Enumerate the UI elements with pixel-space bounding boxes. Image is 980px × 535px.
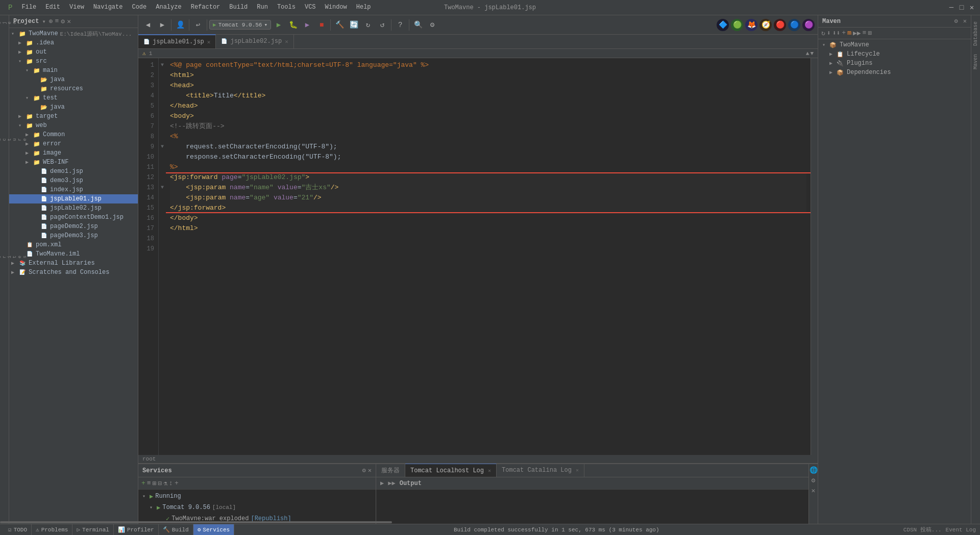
run-button[interactable]: ▶: [272, 18, 285, 32]
close-sidebar-icon[interactable]: ✕: [67, 17, 71, 26]
reverse-button[interactable]: ↺: [376, 18, 389, 32]
svc-expand-icon[interactable]: ⊞: [153, 479, 157, 488]
favorites-tab-left[interactable]: Favorites: [0, 251, 29, 262]
close-button[interactable]: ✕: [968, 4, 976, 12]
menu-edit[interactable]: Edit: [41, 3, 64, 13]
tree-java[interactable]: 📂 java: [9, 75, 138, 84]
log-tab-server[interactable]: 服务器: [376, 464, 405, 477]
tree-test-java[interactable]: 📂 java: [9, 103, 138, 112]
services-close-icon[interactable]: ✕: [368, 467, 372, 474]
code-scrollbar[interactable]: [811, 58, 818, 455]
services-settings-icon[interactable]: ⚙: [362, 467, 366, 474]
menu-build[interactable]: Build: [225, 3, 252, 13]
settings-button[interactable]: ⚙: [426, 18, 439, 32]
log-tab-catalina[interactable]: Tomcat Catalina Log ✕: [497, 464, 584, 477]
browser-edge[interactable]: 🔵: [788, 19, 800, 31]
maven-download2-icon[interactable]: ⬇⬇: [832, 29, 841, 37]
menu-window[interactable]: Window: [321, 3, 351, 13]
collapse-icon[interactable]: ≡: [55, 17, 59, 26]
tree-target[interactable]: ▶ 📁 target: [9, 112, 138, 121]
status-tab-build[interactable]: 🔨 Build: [159, 524, 193, 536]
menu-help[interactable]: Help: [352, 3, 375, 13]
csdn-link[interactable]: CDSN 投稿...: [903, 526, 942, 533]
services-scrollbar[interactable]: [0, 521, 392, 523]
fold-9[interactable]: ▼: [159, 142, 166, 152]
breadcrumb-root[interactable]: root: [142, 456, 156, 462]
service-tomcat-row[interactable]: ▾ ▶ Tomcat 9.0.56 [local]: [140, 502, 374, 513]
maven-refresh-icon[interactable]: ↻: [821, 29, 825, 37]
warning-down[interactable]: ▼: [810, 50, 814, 57]
status-tab-profiler[interactable]: 📊 Profiler: [114, 524, 159, 536]
tab-jsplable02-close[interactable]: ✕: [285, 38, 288, 45]
maven-close-icon[interactable]: ✕: [963, 17, 967, 25]
nav-forward-button[interactable]: ▶: [156, 18, 169, 32]
tree-jsplable01[interactable]: 📄 jspLable01.jsp: [9, 194, 138, 203]
coverage-button[interactable]: ▶: [301, 18, 314, 32]
tree-demo1[interactable]: 📄 demo1.jsp: [9, 167, 138, 176]
maven-plugins[interactable]: ▶ 🔌 Plugins: [818, 59, 971, 68]
menu-file[interactable]: File: [17, 3, 40, 13]
tree-pagecontext[interactable]: 📄 pageContextDemo1.jsp: [9, 213, 138, 222]
tree-out[interactable]: ▶ 📁 out: [9, 47, 138, 57]
menu-view[interactable]: View: [65, 3, 88, 13]
project-dropdown-icon[interactable]: ▾: [42, 18, 45, 26]
tree-pagedemo3[interactable]: 📄 pageDemo3.jsp: [9, 231, 138, 240]
maven-m-icon[interactable]: m: [847, 29, 851, 37]
debug-button[interactable]: 🐛: [286, 18, 300, 32]
svc-more-icon[interactable]: +: [175, 479, 179, 487]
bottom-globe-icon[interactable]: 🌐: [810, 466, 818, 474]
tree-resources[interactable]: 📁 resources: [9, 84, 138, 93]
tab-jsplable01-close[interactable]: ✕: [207, 39, 211, 45]
user-button[interactable]: 👤: [174, 18, 187, 32]
maven-expand-icon[interactable]: ⊞: [868, 29, 872, 37]
tree-index[interactable]: 📄 index.jsp: [9, 185, 138, 194]
menu-navigate[interactable]: Navigate: [89, 3, 127, 13]
undo-button[interactable]: ↩: [191, 18, 205, 32]
svc-sort-icon[interactable]: ↕: [169, 479, 173, 487]
minimize-button[interactable]: ─: [947, 4, 955, 12]
svc-collapse-icon[interactable]: ≡: [147, 479, 151, 487]
code-content[interactable]: <%@ page contentType="text/html;charset=…: [166, 58, 811, 455]
find-button[interactable]: 🔍: [411, 18, 425, 32]
browser-safari[interactable]: 🧭: [760, 19, 772, 31]
stop-button[interactable]: ■: [315, 18, 328, 32]
tree-idea[interactable]: ▶ 📁 .idea: [9, 38, 138, 47]
tree-demo3[interactable]: 📄 demo3.jsp: [9, 176, 138, 185]
project-tab[interactable]: Project: [0, 17, 23, 28]
bottom-settings-icon[interactable]: ⚙: [812, 476, 816, 485]
tab-jsplable02[interactable]: 📄 jspLable02.jsp ✕: [216, 34, 293, 48]
menu-vcs[interactable]: VCS: [301, 3, 320, 13]
help-button[interactable]: ?: [394, 18, 407, 32]
browser-chrome[interactable]: 🟢: [731, 19, 743, 31]
service-running-group[interactable]: ▾ ▶ Running: [140, 491, 374, 502]
tree-webinf[interactable]: ▶ 📁 WEB-INF: [9, 158, 138, 167]
tree-pom[interactable]: 📋 pom.xml: [9, 240, 138, 249]
status-tab-services[interactable]: ⚙ Services: [193, 524, 234, 536]
tree-src[interactable]: ▾ 📁 src: [9, 57, 138, 66]
event-log-link[interactable]: Event Log: [946, 527, 976, 533]
maximize-button[interactable]: □: [958, 4, 966, 12]
menu-tools[interactable]: Tools: [273, 3, 300, 13]
bottom-close-icon[interactable]: ✕: [812, 487, 816, 495]
browser-other[interactable]: 🟣: [802, 19, 815, 31]
menu-analyze[interactable]: Analyze: [152, 3, 185, 13]
svc-add-icon[interactable]: +: [141, 479, 145, 487]
output-right-arrow[interactable]: ▶▶: [388, 479, 395, 487]
tree-image[interactable]: ▶ 📁 image: [9, 148, 138, 158]
output-left-arrow[interactable]: ▶: [380, 479, 384, 487]
menu-refactor[interactable]: Refactor: [187, 3, 225, 13]
log-tab-localhost-close[interactable]: ✕: [488, 468, 491, 474]
maven-exec-icon[interactable]: ▶▶: [853, 29, 861, 37]
browser-opera[interactable]: 🔴: [774, 19, 786, 31]
tree-web[interactable]: ▾ 📁 web: [9, 121, 138, 130]
database-tab[interactable]: Database: [972, 17, 979, 50]
menu-code[interactable]: Code: [128, 3, 151, 13]
maven-settings-icon[interactable]: ⚙: [954, 17, 958, 25]
log-tab-catalina-close[interactable]: ✕: [576, 467, 579, 473]
sync-icon[interactable]: ⊕: [49, 17, 53, 26]
tree-root[interactable]: ▾ 📁 TwoMavne E:\Ideal源码\TwoMav...: [9, 29, 138, 38]
structure-tab-left[interactable]: Structure: [0, 134, 29, 145]
tree-test[interactable]: ▾ 📁 test: [9, 93, 138, 103]
menu-run[interactable]: Run: [253, 3, 272, 13]
browser-firefox[interactable]: 🦊: [745, 19, 757, 31]
